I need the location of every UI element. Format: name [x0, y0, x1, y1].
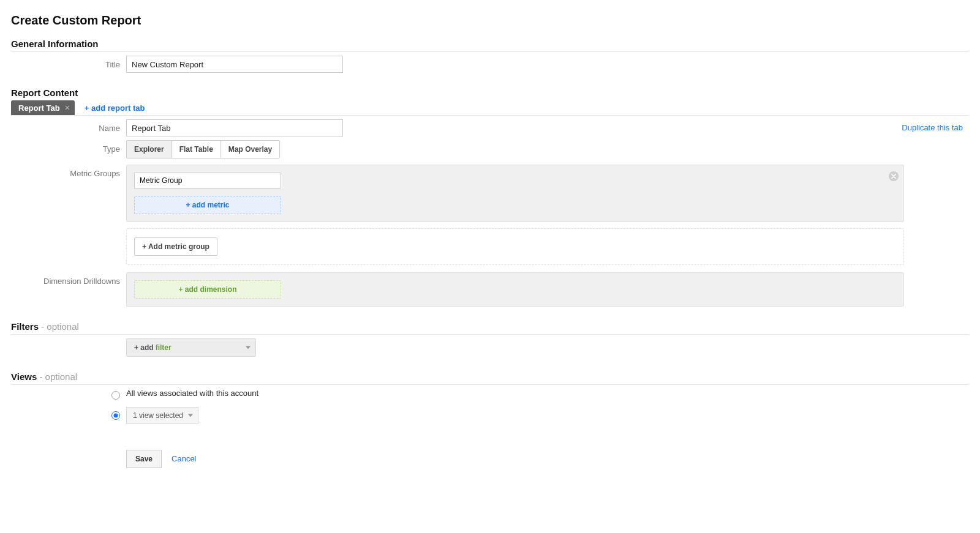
add-metric-button[interactable]: + add metric [134, 196, 281, 214]
dimension-panel: + add dimension [126, 272, 904, 307]
remove-metric-group-icon[interactable] [889, 171, 899, 181]
section-general-header: General Information [11, 39, 969, 52]
chevron-down-icon [188, 414, 193, 417]
report-tab-chip[interactable]: Report Tab × [11, 100, 75, 115]
add-metric-group-panel: + Add metric group [126, 228, 904, 265]
title-input[interactable] [126, 56, 343, 73]
duplicate-tab-link[interactable]: Duplicate this tab [902, 123, 963, 132]
page-title: Create Custom Report [11, 13, 969, 28]
add-filter-dropdown[interactable]: + add filter [126, 338, 256, 357]
metric-groups-label: Metric Groups [11, 165, 126, 178]
views-heading-text: Views [11, 371, 37, 382]
cancel-link[interactable]: Cancel [172, 454, 196, 463]
title-label: Title [11, 56, 126, 69]
type-option-explorer[interactable]: Explorer [127, 141, 172, 158]
filters-heading-text: Filters [11, 321, 39, 332]
filters-optional-suffix: - optional [39, 321, 79, 332]
add-report-tab-link[interactable]: + add report tab [85, 103, 145, 113]
type-option-flat-table[interactable]: Flat Table [172, 141, 221, 158]
section-content-header: Report Content [11, 88, 969, 100]
type-label: Type [11, 140, 126, 154]
add-filter-word: filter [156, 343, 172, 352]
add-filter-prefix: + add [134, 343, 154, 352]
metric-group-name-input[interactable] [134, 173, 281, 188]
section-views-header: Views - optional [11, 371, 969, 385]
views-optional-suffix: - optional [37, 371, 77, 382]
close-icon[interactable]: × [65, 103, 70, 112]
type-toggle: Explorer Flat Table Map Overlay [126, 140, 280, 158]
dimension-drilldowns-label: Dimension Drilldowns [11, 272, 126, 286]
chevron-down-icon [246, 346, 251, 349]
views-radio-all[interactable] [111, 391, 120, 400]
section-filters-header: Filters - optional [11, 321, 969, 335]
metric-group-panel: + add metric [126, 165, 904, 222]
report-name-input[interactable] [126, 119, 343, 136]
report-tab-chip-label: Report Tab [18, 103, 60, 113]
add-metric-group-button[interactable]: + Add metric group [134, 237, 217, 256]
name-label: Name [11, 119, 126, 133]
views-selected-dropdown[interactable]: 1 view selected [126, 407, 198, 424]
views-selected-label: 1 view selected [133, 411, 183, 420]
type-option-map-overlay[interactable]: Map Overlay [221, 141, 279, 158]
views-option-all-label: All views associated with this account [126, 389, 258, 398]
views-radio-selected[interactable] [111, 411, 120, 420]
add-dimension-button[interactable]: + add dimension [134, 280, 281, 299]
save-button[interactable]: Save [126, 450, 162, 468]
